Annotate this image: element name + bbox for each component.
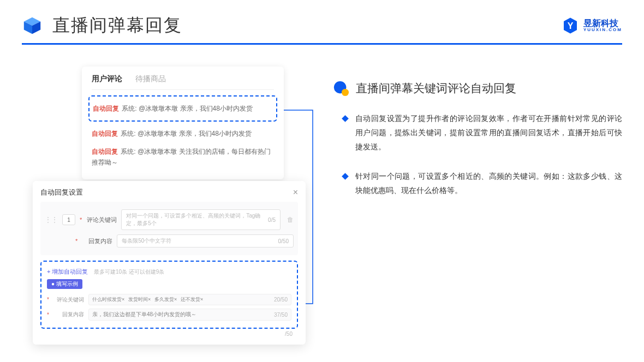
comment-text: 系统: @冰墩墩本墩 亲亲，我们48小时内发货 bbox=[119, 130, 252, 137]
bullet-item: 针对同一个问题，可设置多个相近的、高频的关键词。例如：这款多少钱、这块能优惠吗、… bbox=[333, 170, 622, 198]
section-header: 直播间弹幕关键词评论自动回复 bbox=[333, 80, 622, 96]
settings-body: ⋮⋮ 1 * 评论关键词 对同一个问题，可设置多个相近、高频的关键词，Tag确定… bbox=[40, 202, 298, 255]
required-asterisk: * bbox=[80, 216, 82, 223]
add-hint: 最多可建10条 还可以创建9条 bbox=[94, 269, 164, 275]
tag-chip: 还不发货× bbox=[181, 297, 203, 302]
char-count: 37/50 bbox=[274, 312, 288, 318]
svg-text:Y: Y bbox=[568, 21, 574, 31]
tag-chips: 什么时候发货× 发货时间× 多久发货× 还不发货× bbox=[92, 296, 205, 303]
content: 用户评论 待播商品 自动回复 系统: @冰墩墩本墩 亲亲，我们48小时内发货 自… bbox=[0, 45, 644, 328]
example-badge: ● 填写示例 bbox=[47, 279, 82, 289]
placeholder-text: 对同一个问题，可设置多个相近、高频的关键词，Tag确定，最多5个 bbox=[126, 212, 268, 227]
svg-point-5 bbox=[342, 89, 349, 96]
content-label: 回复内容 bbox=[82, 237, 112, 245]
comment-row: 自动回复 系统: @冰墩墩本墩 亲亲，我们48小时内发货 bbox=[93, 100, 273, 117]
content-input[interactable]: 每条限50个中文字符 0/50 bbox=[117, 234, 294, 248]
diamond-icon bbox=[342, 115, 349, 122]
right-column: 直播间弹幕关键词评论自动回复 自动回复设置为了提升作者的评论回复效率，作者可在开… bbox=[322, 67, 622, 213]
tag-chip: 什么时候发货× bbox=[92, 297, 124, 302]
comment-text: 系统: @冰墩墩本墩 关注我们的店铺，每日都有热门推荐呦～ bbox=[92, 148, 271, 166]
page-header: 直播间弹幕回复 Y 昱新科技 YUUXIN.COM bbox=[0, 0, 644, 43]
add-row: + 增加自动回复 最多可建10条 还可以创建9条 bbox=[47, 266, 291, 276]
auto-reply-tag: 自动回复 bbox=[92, 148, 118, 155]
required-asterisk: * bbox=[75, 238, 77, 244]
delete-icon[interactable]: 🗑 bbox=[287, 216, 294, 224]
tag-chip: 多久发货× bbox=[154, 297, 177, 302]
bullet-text: 自动回复设置为了提升作者的评论回复效率，作者可在开播前针对常见的评论用户问题，提… bbox=[355, 112, 622, 154]
example-content-row: * 回复内容 亲，我们这边都是下单48小时内发货的哦～ 37/50 bbox=[47, 307, 291, 322]
brand-name-cn: 昱新科技 bbox=[583, 19, 622, 28]
tabs: 用户评论 待播商品 bbox=[92, 74, 274, 90]
chat-bubble-icon bbox=[333, 80, 349, 96]
comment-text: 系统: @冰墩墩本墩 亲亲，我们48小时内发货 bbox=[120, 105, 253, 112]
bullet-item: 自动回复设置为了提升作者的评论回复效率，作者可在开播前针对常见的评论用户问题，提… bbox=[333, 112, 622, 154]
brand: Y 昱新科技 YUUXIN.COM bbox=[562, 17, 622, 34]
bullet-list: 自动回复设置为了提升作者的评论回复效率，作者可在开播前针对常见的评论用户问题，提… bbox=[333, 112, 622, 197]
left-column: 用户评论 待播商品 自动回复 系统: @冰墩墩本墩 亲亲，我们48小时内发货 自… bbox=[33, 67, 306, 328]
placeholder-text: 每条限50个中文字符 bbox=[122, 237, 171, 245]
tab-user-comments[interactable]: 用户评论 bbox=[92, 74, 122, 84]
char-count: 20/50 bbox=[274, 297, 288, 303]
tag-chip: 发货时间× bbox=[128, 297, 151, 302]
example-keyword-input: 什么时候发货× 发货时间× 多久发货× 还不发货× 20/50 bbox=[88, 294, 291, 305]
tab-pending-goods[interactable]: 待播商品 bbox=[135, 74, 166, 84]
example-content-text: 亲，我们这边都是下单48小时内发货的哦～ bbox=[92, 311, 196, 318]
comment-row: 自动回复 系统: @冰墩墩本墩 亲亲，我们48小时内发货 bbox=[92, 125, 274, 142]
outer-count: /50 bbox=[40, 329, 298, 337]
comments-card: 用户评论 待播商品 自动回复 系统: @冰墩墩本墩 亲亲，我们48小时内发货 自… bbox=[82, 67, 284, 179]
example-content-input: 亲，我们这边都是下单48小时内发货的哦～ 37/50 bbox=[88, 309, 291, 321]
required-asterisk: * bbox=[47, 297, 49, 303]
char-count: 0/5 bbox=[268, 217, 276, 223]
example-keyword-row: * 评论关键词 什么时候发货× 发货时间× 多久发货× 还不发货× 20/50 bbox=[47, 292, 291, 307]
section-title: 直播间弹幕关键词评论自动回复 bbox=[356, 81, 516, 96]
required-asterisk: * bbox=[47, 312, 49, 318]
add-auto-reply-link[interactable]: + 增加自动回复 bbox=[47, 268, 88, 275]
drag-handle-icon[interactable]: ⋮⋮ bbox=[45, 216, 58, 224]
highlighted-comment: 自动回复 系统: @冰墩墩本墩 亲亲，我们48小时内发货 bbox=[88, 95, 277, 122]
sequence-number: 1 bbox=[62, 214, 75, 225]
auto-reply-tag: 自动回复 bbox=[92, 130, 118, 137]
close-icon[interactable]: × bbox=[293, 188, 298, 197]
comment-row: 自动回复 系统: @冰墩墩本墩 关注我们的店铺，每日都有热门推荐呦～ bbox=[92, 143, 274, 172]
brand-logo-icon: Y bbox=[562, 17, 579, 34]
keyword-field-row: ⋮⋮ 1 * 评论关键词 对同一个问题，可设置多个相近、高频的关键词，Tag确定… bbox=[45, 207, 294, 232]
settings-card: 自动回复设置 × ⋮⋮ 1 * 评论关键词 对同一个问题，可设置多个相近、高频的… bbox=[33, 181, 306, 345]
cube-icon bbox=[22, 15, 43, 36]
example-content-label: 回复内容 bbox=[53, 311, 84, 318]
example-keyword-label: 评论关键词 bbox=[53, 296, 84, 304]
page-title: 直播间弹幕回复 bbox=[52, 14, 182, 38]
keyword-input[interactable]: 对同一个问题，可设置多个相近、高频的关键词，Tag确定，最多5个 0/5 bbox=[121, 209, 281, 230]
char-count: 0/50 bbox=[278, 238, 289, 244]
brand-text: 昱新科技 YUUXIN.COM bbox=[583, 19, 622, 32]
bullet-text: 针对同一个问题，可设置多个相近的、高频的关键词。例如：这款多少钱、这块能优惠吗、… bbox=[355, 170, 622, 198]
example-section: + 增加自动回复 最多可建10条 还可以创建9条 ● 填写示例 * 评论关键词 … bbox=[40, 261, 298, 329]
brand-name-en: YUUXIN.COM bbox=[583, 28, 622, 32]
header-left: 直播间弹幕回复 bbox=[22, 14, 182, 38]
auto-reply-tag: 自动回复 bbox=[93, 105, 119, 112]
keyword-label: 评论关键词 bbox=[86, 216, 117, 224]
settings-header: 自动回复设置 × bbox=[40, 188, 298, 202]
diamond-icon bbox=[342, 173, 349, 180]
content-field-row: * 回复内容 每条限50个中文字符 0/50 bbox=[45, 232, 294, 250]
settings-title: 自动回复设置 bbox=[40, 188, 83, 197]
